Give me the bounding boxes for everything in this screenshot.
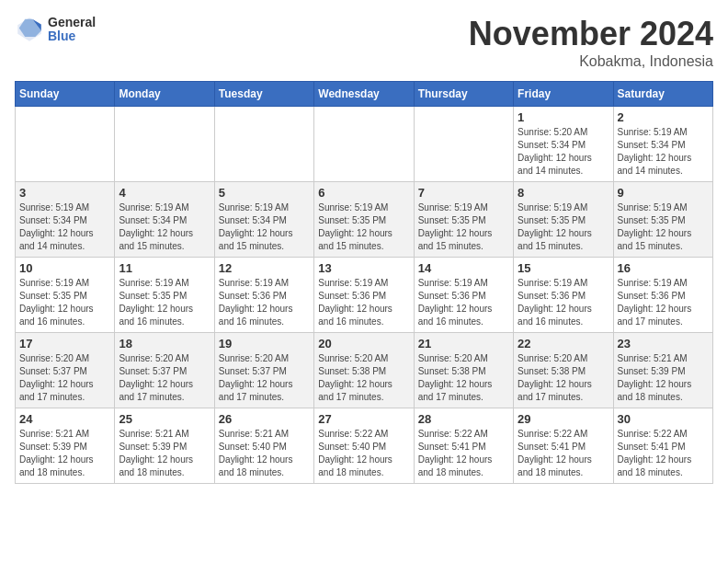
calendar-header: SundayMondayTuesdayWednesdayThursdayFrid… bbox=[16, 82, 713, 107]
calendar-cell: 14Sunrise: 5:19 AM Sunset: 5:36 PM Dayli… bbox=[414, 258, 513, 333]
month-title: November 2024 bbox=[469, 15, 713, 53]
day-number: 19 bbox=[219, 337, 310, 350]
calendar-cell bbox=[115, 107, 214, 182]
calendar-cell: 21Sunrise: 5:20 AM Sunset: 5:38 PM Dayli… bbox=[414, 333, 513, 408]
calendar-cell: 13Sunrise: 5:19 AM Sunset: 5:36 PM Dayli… bbox=[314, 258, 414, 333]
day-info: Sunrise: 5:19 AM Sunset: 5:36 PM Dayligh… bbox=[618, 277, 709, 328]
day-info: Sunrise: 5:19 AM Sunset: 5:36 PM Dayligh… bbox=[418, 277, 509, 328]
day-info: Sunrise: 5:22 AM Sunset: 5:41 PM Dayligh… bbox=[618, 428, 709, 479]
day-info: Sunrise: 5:19 AM Sunset: 5:35 PM Dayligh… bbox=[418, 201, 509, 253]
calendar-cell: 26Sunrise: 5:21 AM Sunset: 5:40 PM Dayli… bbox=[214, 408, 313, 484]
day-number: 7 bbox=[418, 186, 509, 200]
calendar-week-row: 24Sunrise: 5:21 AM Sunset: 5:39 PM Dayli… bbox=[16, 408, 713, 484]
logo-text: General Blue bbox=[48, 16, 96, 44]
day-info: Sunrise: 5:22 AM Sunset: 5:40 PM Dayligh… bbox=[318, 428, 409, 479]
day-number: 29 bbox=[518, 412, 609, 426]
calendar-week-row: 1Sunrise: 5:20 AM Sunset: 5:34 PM Daylig… bbox=[16, 107, 713, 182]
day-info: Sunrise: 5:21 AM Sunset: 5:40 PM Dayligh… bbox=[219, 428, 310, 479]
calendar-cell: 15Sunrise: 5:19 AM Sunset: 5:36 PM Dayli… bbox=[514, 258, 613, 333]
day-number: 13 bbox=[318, 261, 409, 275]
calendar-cell: 28Sunrise: 5:22 AM Sunset: 5:41 PM Dayli… bbox=[414, 408, 513, 484]
day-info: Sunrise: 5:19 AM Sunset: 5:35 PM Dayligh… bbox=[119, 277, 210, 328]
day-info: Sunrise: 5:19 AM Sunset: 5:35 PM Dayligh… bbox=[618, 201, 709, 253]
day-info: Sunrise: 5:19 AM Sunset: 5:35 PM Dayligh… bbox=[318, 201, 409, 253]
calendar-week-row: 10Sunrise: 5:19 AM Sunset: 5:35 PM Dayli… bbox=[16, 258, 713, 333]
day-number: 25 bbox=[119, 412, 210, 426]
day-number: 1 bbox=[518, 110, 609, 124]
day-info: Sunrise: 5:19 AM Sunset: 5:35 PM Dayligh… bbox=[19, 277, 110, 328]
day-info: Sunrise: 5:20 AM Sunset: 5:37 PM Dayligh… bbox=[219, 352, 310, 404]
logo: General Blue bbox=[15, 15, 96, 44]
weekday-header: Tuesday bbox=[214, 82, 313, 107]
day-number: 4 bbox=[119, 186, 210, 200]
day-info: Sunrise: 5:19 AM Sunset: 5:36 PM Dayligh… bbox=[518, 277, 609, 328]
calendar-cell: 16Sunrise: 5:19 AM Sunset: 5:36 PM Dayli… bbox=[613, 258, 712, 333]
calendar-cell: 3Sunrise: 5:19 AM Sunset: 5:34 PM Daylig… bbox=[16, 182, 115, 258]
calendar-body: 1Sunrise: 5:20 AM Sunset: 5:34 PM Daylig… bbox=[16, 107, 713, 484]
calendar-cell bbox=[314, 107, 414, 182]
day-info: Sunrise: 5:19 AM Sunset: 5:34 PM Dayligh… bbox=[618, 126, 709, 178]
day-number: 21 bbox=[418, 337, 509, 350]
weekday-header: Monday bbox=[115, 82, 214, 107]
day-info: Sunrise: 5:20 AM Sunset: 5:37 PM Dayligh… bbox=[19, 352, 110, 404]
day-number: 23 bbox=[618, 337, 709, 350]
calendar-cell: 5Sunrise: 5:19 AM Sunset: 5:34 PM Daylig… bbox=[214, 182, 313, 258]
calendar-week-row: 17Sunrise: 5:20 AM Sunset: 5:37 PM Dayli… bbox=[16, 333, 713, 408]
calendar-cell: 7Sunrise: 5:19 AM Sunset: 5:35 PM Daylig… bbox=[414, 182, 513, 258]
logo-general: General bbox=[48, 16, 96, 29]
calendar-cell: 30Sunrise: 5:22 AM Sunset: 5:41 PM Dayli… bbox=[613, 408, 712, 484]
weekday-header: Thursday bbox=[414, 82, 513, 107]
calendar-cell: 10Sunrise: 5:19 AM Sunset: 5:35 PM Dayli… bbox=[16, 258, 115, 333]
calendar-cell bbox=[214, 107, 313, 182]
calendar-table: SundayMondayTuesdayWednesdayThursdayFrid… bbox=[15, 81, 713, 484]
calendar-cell: 23Sunrise: 5:21 AM Sunset: 5:39 PM Dayli… bbox=[613, 333, 712, 408]
day-info: Sunrise: 5:19 AM Sunset: 5:36 PM Dayligh… bbox=[219, 277, 310, 328]
weekday-header: Sunday bbox=[16, 82, 115, 107]
day-number: 9 bbox=[618, 186, 709, 200]
calendar-cell: 12Sunrise: 5:19 AM Sunset: 5:36 PM Dayli… bbox=[214, 258, 313, 333]
calendar-cell: 8Sunrise: 5:19 AM Sunset: 5:35 PM Daylig… bbox=[514, 182, 613, 258]
day-number: 10 bbox=[19, 261, 110, 275]
logo-icon bbox=[15, 15, 44, 44]
day-number: 6 bbox=[318, 186, 409, 200]
day-info: Sunrise: 5:19 AM Sunset: 5:34 PM Dayligh… bbox=[19, 201, 110, 253]
day-info: Sunrise: 5:21 AM Sunset: 5:39 PM Dayligh… bbox=[119, 428, 210, 479]
calendar-cell: 6Sunrise: 5:19 AM Sunset: 5:35 PM Daylig… bbox=[314, 182, 414, 258]
calendar-cell: 20Sunrise: 5:20 AM Sunset: 5:38 PM Dayli… bbox=[314, 333, 414, 408]
day-number: 20 bbox=[318, 337, 409, 350]
calendar-cell: 11Sunrise: 5:19 AM Sunset: 5:35 PM Dayli… bbox=[115, 258, 214, 333]
day-number: 3 bbox=[19, 186, 110, 200]
calendar-cell bbox=[16, 107, 115, 182]
day-info: Sunrise: 5:21 AM Sunset: 5:39 PM Dayligh… bbox=[618, 352, 709, 404]
day-info: Sunrise: 5:20 AM Sunset: 5:38 PM Dayligh… bbox=[318, 352, 409, 404]
calendar-cell: 9Sunrise: 5:19 AM Sunset: 5:35 PM Daylig… bbox=[613, 182, 712, 258]
header-row: SundayMondayTuesdayWednesdayThursdayFrid… bbox=[16, 82, 713, 107]
day-info: Sunrise: 5:20 AM Sunset: 5:38 PM Dayligh… bbox=[418, 352, 509, 404]
day-number: 18 bbox=[119, 337, 210, 350]
day-number: 16 bbox=[618, 261, 709, 275]
day-number: 26 bbox=[219, 412, 310, 426]
day-number: 2 bbox=[618, 110, 709, 124]
day-info: Sunrise: 5:19 AM Sunset: 5:36 PM Dayligh… bbox=[318, 277, 409, 328]
location: Kobakma, Indonesia bbox=[469, 53, 713, 70]
day-number: 11 bbox=[119, 261, 210, 275]
calendar-week-row: 3Sunrise: 5:19 AM Sunset: 5:34 PM Daylig… bbox=[16, 182, 713, 258]
day-info: Sunrise: 5:19 AM Sunset: 5:35 PM Dayligh… bbox=[518, 201, 609, 253]
day-number: 30 bbox=[618, 412, 709, 426]
day-number: 27 bbox=[318, 412, 409, 426]
calendar-cell: 27Sunrise: 5:22 AM Sunset: 5:40 PM Dayli… bbox=[314, 408, 414, 484]
calendar-cell: 18Sunrise: 5:20 AM Sunset: 5:37 PM Dayli… bbox=[115, 333, 214, 408]
day-number: 22 bbox=[518, 337, 609, 350]
calendar-cell: 4Sunrise: 5:19 AM Sunset: 5:34 PM Daylig… bbox=[115, 182, 214, 258]
calendar-cell: 29Sunrise: 5:22 AM Sunset: 5:41 PM Dayli… bbox=[514, 408, 613, 484]
day-info: Sunrise: 5:19 AM Sunset: 5:34 PM Dayligh… bbox=[219, 201, 310, 253]
day-info: Sunrise: 5:19 AM Sunset: 5:34 PM Dayligh… bbox=[119, 201, 210, 253]
day-info: Sunrise: 5:20 AM Sunset: 5:37 PM Dayligh… bbox=[119, 352, 210, 404]
calendar-cell: 2Sunrise: 5:19 AM Sunset: 5:34 PM Daylig… bbox=[613, 107, 712, 182]
logo-blue: Blue bbox=[48, 29, 96, 43]
day-info: Sunrise: 5:21 AM Sunset: 5:39 PM Dayligh… bbox=[19, 428, 110, 479]
page-header: General Blue November 2024 Kobakma, Indo… bbox=[15, 15, 713, 70]
calendar-cell: 1Sunrise: 5:20 AM Sunset: 5:34 PM Daylig… bbox=[514, 107, 613, 182]
day-number: 28 bbox=[418, 412, 509, 426]
calendar-cell: 19Sunrise: 5:20 AM Sunset: 5:37 PM Dayli… bbox=[214, 333, 313, 408]
